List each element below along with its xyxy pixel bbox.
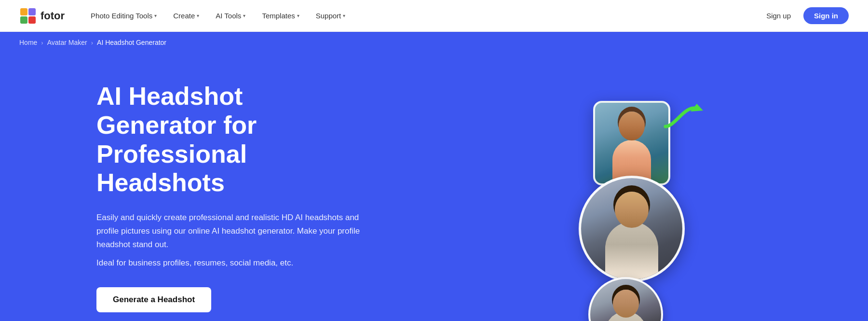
- chevron-down-icon: ▾: [154, 13, 157, 18]
- chevron-down-icon: ▾: [197, 13, 199, 18]
- logo[interactable]: fotor: [19, 7, 65, 25]
- svg-rect-4: [28, 16, 36, 24]
- navbar: fotor Photo Editing Tools ▾ Create ▾ AI …: [0, 0, 868, 32]
- fotor-logo-icon: [19, 7, 37, 25]
- nav-create[interactable]: Create ▾: [166, 8, 206, 24]
- breadcrumb: Home › Avatar Maker › AI Headshot Genera…: [0, 32, 868, 53]
- result-photo-1: [588, 277, 663, 321]
- nav-links: Photo Editing Tools ▾ Create ▾ AI Tools …: [84, 8, 760, 24]
- signin-button[interactable]: Sign in: [803, 7, 849, 24]
- breadcrumb-avatar-maker[interactable]: Avatar Maker: [47, 39, 87, 46]
- chevron-down-icon: ▾: [343, 13, 345, 18]
- hero-content: AI Headshot Generator for Professional H…: [96, 82, 366, 312]
- chevron-down-icon: ▾: [297, 13, 299, 18]
- nav-templates[interactable]: Templates ▾: [255, 8, 306, 24]
- hero-section: AI Headshot Generator for Professional H…: [0, 53, 868, 321]
- hero-visuals: [579, 91, 829, 304]
- transformation-arrow: [661, 100, 704, 134]
- nav-ai-tools[interactable]: AI Tools ▾: [209, 8, 252, 24]
- breadcrumb-home[interactable]: Home: [19, 39, 37, 46]
- svg-rect-2: [28, 8, 36, 15]
- hero-description: Easily and quickly create professional a…: [96, 211, 366, 251]
- nav-auth: Sign up Sign in: [760, 7, 849, 24]
- hero-ideal-text: Ideal for business profiles, resumes, so…: [96, 258, 366, 268]
- result-photo-large: [579, 176, 685, 282]
- nav-photo-editing[interactable]: Photo Editing Tools ▾: [84, 8, 163, 24]
- breadcrumb-current: AI Headshot Generator: [97, 39, 166, 46]
- hero-title: AI Headshot Generator for Professional H…: [96, 82, 366, 197]
- signup-button[interactable]: Sign up: [760, 8, 798, 24]
- nav-support[interactable]: Support ▾: [309, 8, 353, 24]
- chevron-down-icon: ▾: [243, 13, 245, 18]
- svg-rect-3: [20, 16, 27, 24]
- brand-name: fotor: [41, 10, 65, 22]
- breadcrumb-separator: ›: [41, 39, 43, 46]
- svg-rect-1: [20, 8, 27, 15]
- source-photo: [593, 101, 670, 185]
- generate-headshot-button[interactable]: Generate a Headshot: [96, 287, 211, 312]
- breadcrumb-separator: ›: [91, 39, 93, 46]
